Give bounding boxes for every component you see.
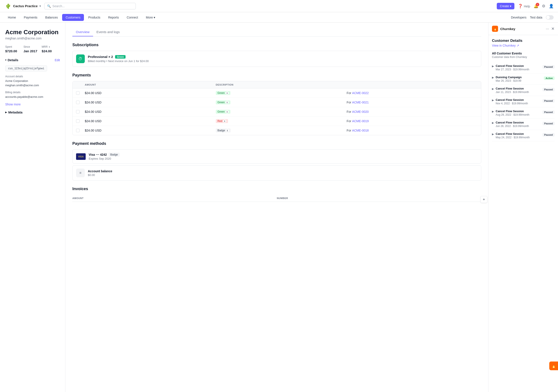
churnkey-close-button[interactable]: ✕ xyxy=(551,26,555,31)
secondary-nav: Home Payments Balances Customers Product… xyxy=(0,12,558,23)
event-status-badge: Active xyxy=(544,77,555,80)
churnkey-event: ▶ Cancel Flow Session Mar 27, 2023 · $19… xyxy=(492,62,555,73)
event-status-badge: Paused xyxy=(542,122,555,125)
create-chevron-icon: ▾ xyxy=(510,4,511,8)
subscription-detail: Billed monthly • Next invoice on Jun 1 f… xyxy=(88,60,478,63)
event-info: Cancel Flow Session Aug 29, 2022 · $19.9… xyxy=(496,110,541,116)
create-button[interactable]: Create ▾ xyxy=(497,3,514,9)
event-date: Jun 28, 2022 · $19.99/month xyxy=(496,125,541,128)
event-date: Nov 4, 2022 · $19.99/month xyxy=(496,102,541,105)
payments-table: AMOUNT DESCRIPTION $24.00 USD Green ℹ Fo… xyxy=(72,81,481,135)
row-checkbox[interactable] xyxy=(76,110,85,113)
event-chevron-icon[interactable]: ▶ xyxy=(492,110,494,113)
edit-link[interactable]: Edit xyxy=(55,58,60,62)
churnkey-event: ▶ Cancel Flow Session May 24, 2022 · $19… xyxy=(492,130,555,141)
profile-button[interactable]: 👤 xyxy=(549,4,554,9)
details-header: ▾ Details Edit xyxy=(5,58,60,62)
payments-table-header: AMOUNT DESCRIPTION xyxy=(73,81,481,88)
invoice-link[interactable]: ACME-0020 xyxy=(352,110,369,113)
churnkey-event-row: ▶ Cancel Flow Session Mar 27, 2023 · $19… xyxy=(492,64,555,71)
settings-button[interactable]: ⚙ xyxy=(542,4,545,9)
payment-row: $24.00 USD Green ℹ For ACME-0021 xyxy=(73,98,481,107)
subscription-info: Professional × 2 Green Billed monthly • … xyxy=(88,55,478,63)
test-data-label[interactable]: Test data xyxy=(530,16,542,19)
event-info: Cancel Flow Session Jan 11, 2023 · $19.9… xyxy=(496,87,541,94)
float-add-button[interactable]: + xyxy=(480,196,487,203)
invoice-link[interactable]: ACME-0021 xyxy=(352,101,369,104)
gear-icon: ⚙ xyxy=(542,4,545,8)
event-status-badge: Paused xyxy=(542,99,555,102)
developers-link[interactable]: Developers xyxy=(511,16,526,19)
visa-logo: VISA xyxy=(76,153,86,160)
nav-home[interactable]: Home xyxy=(4,14,19,21)
event-chevron-icon[interactable]: ▶ xyxy=(492,133,494,136)
nav-connect[interactable]: Connect xyxy=(123,14,141,21)
nav-reports[interactable]: Reports xyxy=(105,14,122,21)
event-chevron-icon[interactable]: ▶ xyxy=(492,99,494,102)
row-description: For ACME-0022 xyxy=(347,91,478,95)
svg-text:🌵: 🌵 xyxy=(5,3,11,9)
nav-balances[interactable]: Balances xyxy=(42,14,61,21)
row-checkbox[interactable] xyxy=(76,129,85,132)
sec-nav-right: Developers Test data xyxy=(511,15,554,20)
payment-methods-section: Payment methods VISA Visa ···· 4242 Badg… xyxy=(72,141,481,180)
row-tag: Red ℹ xyxy=(216,119,347,123)
account-email: meghan.smith@acme.com xyxy=(5,83,60,87)
row-checkbox[interactable] xyxy=(76,91,85,95)
subscription-name: Professional × 2 Green xyxy=(88,55,478,59)
external-link-icon: ↗ xyxy=(517,44,519,47)
event-date: Mar 27, 2023 · $19.99/month xyxy=(496,68,541,71)
churnkey-events-subtitle: Customer data from Churnkey xyxy=(492,56,555,59)
tab-overview[interactable]: Overview xyxy=(72,28,93,36)
stat-since: Since Jan 2017 xyxy=(24,45,42,53)
details-toggle[interactable]: ▾ Details xyxy=(5,58,18,62)
float-churnkey-button[interactable]: 🔥 xyxy=(549,361,558,370)
row-tag: Badge ℹ xyxy=(216,128,347,132)
help-button[interactable]: ❓ Help xyxy=(518,4,530,9)
event-status-badge: Paused xyxy=(542,133,555,136)
event-title: Cancel Flow Session xyxy=(496,110,541,113)
metadata-section[interactable]: ▶ Metadata xyxy=(5,111,60,114)
search-bar[interactable]: 🔍 Search... xyxy=(44,3,136,9)
account-balance-card: ≡ Account balance $0.00 xyxy=(72,165,481,180)
mrr-chevron-icon: ▾ xyxy=(49,46,50,48)
tab-events-and-logs[interactable]: Events and logs xyxy=(93,28,123,36)
nav-products[interactable]: Products xyxy=(85,14,104,21)
churnkey-view-link[interactable]: View in Churnkey ↗ xyxy=(492,44,555,47)
stat-spent: Spent $720.00 xyxy=(5,45,24,53)
invoice-link[interactable]: ACME-0022 xyxy=(352,91,369,95)
more-chevron-icon: ▾ xyxy=(154,16,155,19)
churnkey-more-button[interactable]: ··· xyxy=(546,26,549,31)
churnkey-event-row: ▶ Cancel Flow Session May 24, 2022 · $19… xyxy=(492,132,555,139)
customer-id-badge: cus_123oijq23roijafgowi xyxy=(5,65,47,71)
nav-customers[interactable]: Customers xyxy=(62,14,84,21)
subscriptions-section: Subscriptions ⏱ Professional × 2 Green B… xyxy=(72,43,481,67)
invoice-amount-header: AMOUNT xyxy=(72,197,277,199)
details-chevron-icon: ▾ xyxy=(5,59,6,61)
nav-more[interactable]: More ▾ xyxy=(142,14,159,21)
logo-chevron-icon: ▾ xyxy=(39,5,41,8)
notifications-button[interactable]: 🔔 1 xyxy=(534,4,538,9)
event-title: Cancel Flow Session xyxy=(496,87,541,90)
nav-payments[interactable]: Payments xyxy=(20,14,41,21)
logo-area[interactable]: 🌵 Cactus Practice ▾ xyxy=(4,3,41,9)
show-more-link[interactable]: Show more xyxy=(5,102,60,106)
left-sidebar: Acme Corporation meghan.smith@acme.com S… xyxy=(0,23,65,392)
event-info: Cancel Flow Session Mar 27, 2023 · $19.9… xyxy=(496,64,541,71)
invoice-link[interactable]: ACME-0018 xyxy=(352,129,369,132)
row-checkbox[interactable] xyxy=(76,101,85,104)
churnkey-events-list: ▶ Cancel Flow Session Mar 27, 2023 · $19… xyxy=(492,62,555,141)
test-data-toggle[interactable] xyxy=(546,15,554,20)
event-title: Cancel Flow Session xyxy=(496,64,541,68)
churnkey-event: ▶ Cancel Flow Session Jan 11, 2023 · $19… xyxy=(492,85,555,96)
event-chevron-icon[interactable]: ▶ xyxy=(492,76,494,79)
visa-badge: Badge xyxy=(109,153,120,157)
stats-row: Spent $720.00 Since Jan 2017 MRR ▾ $24.0… xyxy=(5,45,60,53)
event-chevron-icon[interactable]: ▶ xyxy=(492,121,494,124)
row-checkbox[interactable] xyxy=(76,119,85,123)
event-chevron-icon[interactable]: ▶ xyxy=(492,65,494,68)
invoice-link[interactable]: ACME-0019 xyxy=(352,119,369,123)
row-tag: Green ℹ xyxy=(216,100,347,104)
event-chevron-icon[interactable]: ▶ xyxy=(492,87,494,90)
stat-mrr: MRR ▾ $24.00 xyxy=(42,45,60,53)
